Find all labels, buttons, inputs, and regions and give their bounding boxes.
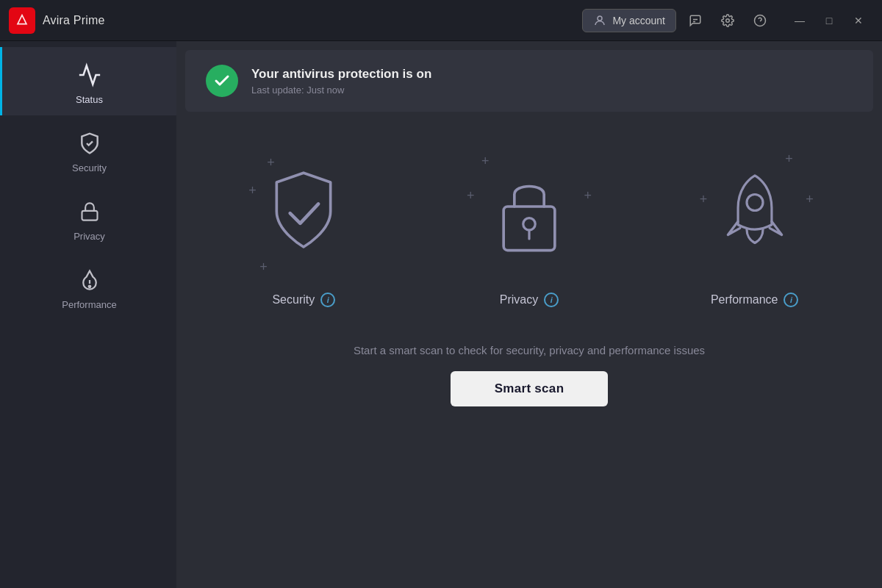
app-title: Avira Prime <box>43 14 105 27</box>
titlebar: Avira Prime My account <box>0 0 882 41</box>
chat-icon-button[interactable] <box>682 7 709 34</box>
privacy-info-icon[interactable]: i <box>544 293 559 307</box>
maximize-button[interactable]: □ <box>814 7 844 34</box>
security-label-text: Security <box>272 293 315 306</box>
privacy-label-text: Privacy <box>500 293 538 306</box>
security-feature-label: Security i <box>272 293 335 307</box>
sidebar: Status Security Privacy <box>0 41 176 588</box>
status-subtitle: Last update: Just now <box>251 85 431 96</box>
security-info-icon[interactable]: i <box>320 293 335 307</box>
plus-decor: + <box>267 156 275 169</box>
status-check-icon <box>206 65 238 97</box>
status-text-area: Your antivirus protection is on Last upd… <box>251 67 431 96</box>
sidebar-item-status[interactable]: Status <box>0 47 176 115</box>
plus-decor: + <box>700 193 708 206</box>
performance-feature-icon-wrapper: + + + <box>696 148 814 281</box>
plus-decor: + <box>806 193 814 206</box>
svg-point-3 <box>726 18 730 22</box>
main-area: Status Security Privacy <box>0 41 882 588</box>
privacy-sidebar-icon <box>75 197 104 226</box>
svg-rect-9 <box>503 207 555 251</box>
status-title: Your antivirus protection is on <box>251 67 431 82</box>
svg-point-0 <box>598 16 602 21</box>
privacy-feature-icon-wrapper: + + + <box>470 148 588 281</box>
status-icon <box>75 60 104 90</box>
performance-label-text: Performance <box>711 293 778 306</box>
logo-area: Avira Prime <box>9 7 582 34</box>
window-controls: — □ ✕ <box>785 7 873 34</box>
titlebar-actions: My account — □ ✕ <box>582 7 873 34</box>
sidebar-item-security[interactable]: Security <box>0 115 176 184</box>
svg-point-10 <box>523 218 536 231</box>
sidebar-item-privacy[interactable]: Privacy <box>0 184 176 252</box>
close-button[interactable]: ✕ <box>844 7 873 34</box>
plus-decor: + <box>584 189 592 202</box>
plus-decor: + <box>785 152 793 165</box>
features-area: + + + Security i + + <box>176 112 882 329</box>
performance-feature-label: Performance i <box>711 293 799 307</box>
my-account-button[interactable]: My account <box>582 9 676 32</box>
feature-card-privacy: + + + Privacy i <box>417 141 642 315</box>
sidebar-security-label: Security <box>72 162 107 173</box>
avira-logo <box>9 7 35 34</box>
security-feature-icon-wrapper: + + + <box>245 148 362 281</box>
security-sidebar-icon <box>75 129 104 158</box>
plus-decor: + <box>467 189 475 202</box>
performance-sidebar-icon <box>75 265 104 295</box>
feature-card-performance: + + + <box>642 141 867 315</box>
sidebar-item-performance[interactable]: Performance <box>0 252 176 320</box>
plus-decor: + <box>259 260 268 273</box>
feature-card-security: + + + Security i <box>191 141 417 315</box>
sidebar-privacy-label: Privacy <box>74 231 105 242</box>
sidebar-status-label: Status <box>76 94 103 105</box>
smart-scan-button[interactable]: Smart scan <box>451 371 609 406</box>
settings-icon-button[interactable] <box>714 7 741 34</box>
svg-point-12 <box>747 195 763 211</box>
content-panel: Your antivirus protection is on Last upd… <box>176 41 882 588</box>
performance-info-icon[interactable]: i <box>784 293 798 307</box>
privacy-feature-label: Privacy i <box>500 293 559 307</box>
scan-description: Start a smart scan to check for security… <box>354 344 705 356</box>
minimize-button[interactable]: — <box>785 7 814 34</box>
plus-decor: + <box>248 184 257 197</box>
plus-decor: + <box>481 154 490 168</box>
bottom-section: Start a smart scan to check for security… <box>176 329 882 436</box>
status-banner: Your antivirus protection is on Last upd… <box>185 50 873 112</box>
svg-rect-6 <box>82 211 97 220</box>
my-account-label: My account <box>612 15 665 26</box>
help-icon-button[interactable] <box>747 7 773 34</box>
sidebar-performance-label: Performance <box>62 299 116 310</box>
svg-point-7 <box>88 286 90 288</box>
